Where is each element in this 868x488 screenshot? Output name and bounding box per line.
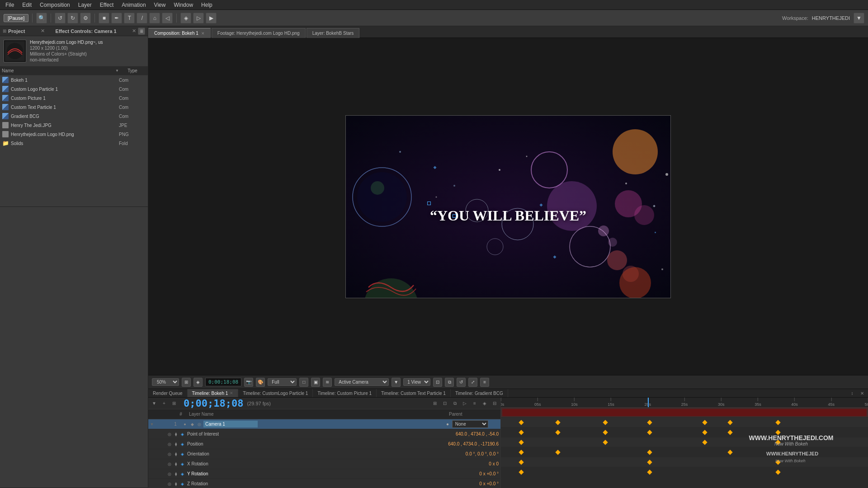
keyframe[interactable]: [647, 430, 652, 435]
quality-select[interactable]: FullHalfQuarter: [268, 378, 297, 386]
project-item[interactable]: Henry The Jedi.JPG JPE: [0, 121, 148, 130]
tab-tl-custom-logo[interactable]: Timeline: CustomLogo Particle 1: [238, 389, 313, 397]
view-layout-btn[interactable]: ⊡: [433, 378, 442, 387]
menu-window[interactable]: Window: [170, 1, 197, 9]
composition-canvas[interactable]: “YOU WILL BELIEVE”: [345, 115, 671, 298]
keyframe[interactable]: [555, 450, 560, 455]
panel-menu[interactable]: ≡: [138, 28, 145, 35]
flow-btn[interactable]: ▷: [193, 13, 204, 23]
workspace-dropdown[interactable]: ▼: [854, 13, 864, 23]
project-item[interactable]: Gradient BCG Com: [0, 112, 148, 121]
tl-tool-3[interactable]: ⧉: [451, 399, 459, 408]
viewer-icon-3[interactable]: □: [299, 378, 308, 387]
layer-motion-blur[interactable]: ◎: [196, 421, 203, 427]
pause-button[interactable]: [Pause]: [4, 14, 28, 22]
sub-layer-value[interactable]: 640.0 , 4734.0 , -17190.6: [446, 441, 500, 446]
zoom-tool[interactable]: 🔍: [36, 13, 47, 23]
keyframe[interactable]: [519, 469, 524, 474]
tl-tool-1[interactable]: ⊞: [431, 399, 439, 408]
tab-timeline-bokeh[interactable]: Timeline: Bokeh 1 ✕: [188, 389, 239, 397]
viewer-icon-4[interactable]: ▣: [311, 378, 320, 387]
stop-btn[interactable]: ■: [99, 13, 109, 23]
keyframe[interactable]: [603, 440, 608, 445]
menu-animation[interactable]: Animation: [118, 1, 149, 9]
tab-render-queue[interactable]: Render Queue: [148, 389, 188, 397]
menu-file[interactable]: File: [2, 1, 18, 9]
render-btn[interactable]: ▶: [206, 13, 217, 23]
sub-layer-value[interactable]: 0 x +0.0 °: [477, 471, 500, 476]
project-item[interactable]: Custom Picture 1 Com: [0, 94, 148, 103]
viewer-icon-5[interactable]: ≋: [323, 378, 332, 387]
keyframe[interactable]: [519, 440, 524, 445]
camera-dropdown[interactable]: ▼: [392, 378, 401, 387]
menu-edit[interactable]: Edit: [19, 1, 35, 9]
keyframe[interactable]: [519, 420, 524, 425]
tl-tool-5[interactable]: ≡: [471, 399, 479, 408]
layer-vis-toggle[interactable]: ●: [182, 421, 188, 427]
keyframe[interactable]: [702, 430, 707, 435]
tab-tl-custom-pic[interactable]: Timeline: Custom Picture 1: [313, 389, 377, 397]
tab-tl-custom-text[interactable]: Timeline: Custom Text Particle 1: [377, 389, 451, 397]
tl-tool-4[interactable]: ▷: [461, 399, 469, 408]
keyframe[interactable]: [647, 450, 652, 455]
menu-help[interactable]: Help: [198, 1, 216, 9]
keyframe[interactable]: [519, 460, 524, 465]
comp-btn[interactable]: ◈: [180, 13, 191, 23]
keyframe[interactable]: [519, 430, 524, 435]
keyframe[interactable]: [555, 420, 560, 425]
sub-layer-row[interactable]: ◎ ⧫ ◈ Orientation 0.0 °, 0.0 °, 0.0 °: [148, 449, 500, 459]
project-item[interactable]: Bokeh 1 Com: [0, 75, 148, 84]
refresh-btn[interactable]: ↺: [457, 378, 466, 387]
fullscreen-btn[interactable]: ⤢: [468, 378, 477, 387]
tab-composition[interactable]: Composition: Bokeh 1 ✕: [148, 28, 211, 38]
clone-tool[interactable]: ⌂: [149, 13, 160, 23]
more-options-btn[interactable]: ≡: [480, 378, 489, 387]
sub-layer-value[interactable]: 0 x 0: [487, 461, 500, 466]
tab-layer[interactable]: Layer: BokehB Stars: [307, 28, 360, 38]
tl-settings[interactable]: ⊞: [170, 399, 178, 408]
view-select[interactable]: 1 View: [403, 378, 430, 386]
layer-solo[interactable]: [156, 419, 163, 429]
sub-layer-row[interactable]: ◎ ⧫ ◈ Y Rotation 0 x +0.0 °: [148, 469, 500, 479]
project-item[interactable]: Custom Text Particle 1 Com: [0, 103, 148, 112]
layer-lock[interactable]: [163, 419, 170, 429]
transparency-btn[interactable]: ⧉: [445, 378, 454, 387]
sub-layer-row[interactable]: ◎ ⧫ ◈ Point of Interest 640.0 , 4734.0 ,…: [148, 429, 500, 439]
effect-controls-close[interactable]: ✕: [132, 28, 136, 34]
type-tool[interactable]: T: [124, 13, 135, 23]
keyframe[interactable]: [555, 430, 560, 435]
sub-layer-row[interactable]: ◎ ⧫ ◈ Z Rotation 0 x +0.0 °: [148, 479, 500, 488]
project-item[interactable]: 📁 Solids Fold: [0, 139, 148, 148]
tab-footage[interactable]: Footage: Henrythejedi.com Logo HD.png: [212, 28, 306, 38]
playhead[interactable]: [648, 398, 649, 408]
camera-select[interactable]: Active Camera: [335, 378, 389, 386]
layer-audio-toggle[interactable]: ◆: [189, 421, 195, 427]
tl-add[interactable]: +: [160, 399, 168, 408]
keyframe[interactable]: [519, 450, 524, 455]
keyframe[interactable]: [647, 469, 652, 474]
color-btn[interactable]: 🎨: [256, 378, 265, 387]
camera-layer-name-input[interactable]: [203, 421, 258, 427]
project-item[interactable]: Henrythejedi.com Logo HD.png PNG: [0, 130, 148, 139]
layer-row-camera[interactable]: ▼ 1 ● ◆ ◎: [148, 419, 500, 429]
menu-composition[interactable]: Composition: [36, 1, 74, 9]
menu-view[interactable]: View: [151, 1, 170, 9]
sub-layer-value[interactable]: 640.0 , 4734.0 , -54.0: [454, 432, 500, 436]
pen-tool[interactable]: ✒: [111, 13, 122, 23]
sub-layer-row[interactable]: ◎ ⧫ ◈ Position 640.0 , 4734.0 , -17190.6: [148, 439, 500, 449]
settings-btn[interactable]: ⚙: [80, 13, 91, 23]
tl-expand-all[interactable]: ▼: [150, 399, 158, 408]
sub-layer-value[interactable]: 0 x +0.0 °: [477, 481, 500, 486]
parent-select-camera[interactable]: None: [452, 420, 488, 428]
close-panel-btn[interactable]: ✕: [858, 389, 866, 397]
keyframe[interactable]: [603, 420, 608, 425]
tl-tool-7[interactable]: ⊟: [491, 399, 499, 408]
keyframe[interactable]: [647, 460, 652, 465]
keyframe[interactable]: [647, 420, 652, 425]
project-panel-close[interactable]: ✕: [41, 28, 45, 34]
eraser-tool[interactable]: ◁: [162, 13, 173, 23]
tl-tool-2[interactable]: ⊡: [441, 399, 449, 408]
layer-expand-camera[interactable]: ▼: [148, 419, 156, 429]
viewer-icon-1[interactable]: ⊞: [182, 378, 191, 387]
redo-btn[interactable]: ↻: [67, 13, 78, 23]
